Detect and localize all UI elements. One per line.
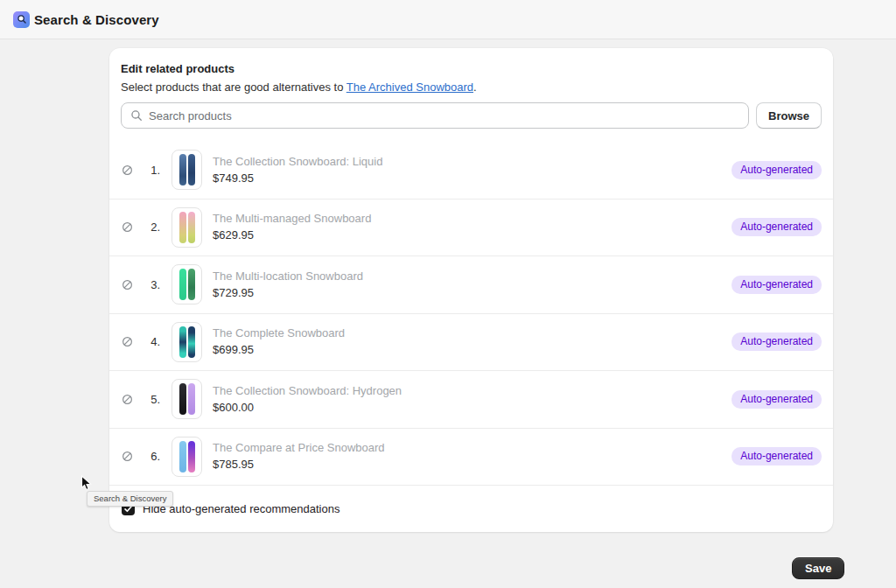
card-title: Edit related products — [121, 62, 822, 75]
hidden-eye-off-icon — [121, 278, 134, 291]
product-thumbnail — [172, 150, 202, 190]
row-number: 6. — [143, 450, 160, 463]
snowboard-image — [188, 212, 195, 243]
auto-generated-badge: Auto-generated — [732, 390, 822, 409]
snowboard-image — [188, 269, 195, 300]
snowboard-image — [179, 212, 186, 243]
product-name: The Multi-location Snowboard — [213, 269, 363, 284]
hidden-eye-off-icon — [121, 335, 134, 348]
product-row[interactable]: 5. The Collection Snowboard: Hydrogen $6… — [109, 371, 833, 429]
product-thumbnail — [172, 379, 202, 419]
auto-generated-badge: Auto-generated — [732, 161, 822, 179]
product-thumbnail — [172, 437, 202, 477]
snowboard-image — [179, 441, 186, 472]
search-icon — [130, 109, 143, 122]
edit-related-products-card: Edit related products Select products th… — [109, 48, 833, 532]
product-name: The Multi-managed Snowboard — [213, 211, 371, 227]
search-box[interactable] — [121, 102, 749, 129]
product-price: $600.00 — [213, 399, 402, 416]
subtitle-text: Select products that are good alternativ… — [121, 80, 346, 94]
product-thumbnail — [172, 322, 202, 362]
product-row[interactable]: 3. The Multi-location Snowboard $729.95 … — [109, 256, 833, 314]
card-header: Edit related products Select products th… — [109, 48, 833, 94]
snowboard-image — [188, 383, 195, 415]
hidden-eye-off-icon — [121, 393, 134, 406]
product-row[interactable]: 1. The Collection Snowboard: Liquid $749… — [109, 142, 833, 200]
product-text: The Collection Snowboard: Liquid $749.95 — [213, 154, 382, 186]
row-number: 4. — [143, 335, 160, 348]
auto-generated-badge: Auto-generated — [732, 447, 822, 466]
search-input[interactable] — [149, 109, 739, 122]
product-thumbnail — [172, 264, 202, 304]
product-name: The Collection Snowboard: Hydrogen — [213, 383, 402, 399]
search-discovery-app-icon — [13, 11, 30, 28]
product-price: $699.95 — [213, 341, 345, 358]
product-text: The Multi-location Snowboard $729.95 — [213, 269, 363, 301]
snowboard-image — [188, 326, 195, 358]
auto-generated-badge: Auto-generated — [732, 276, 822, 294]
snowboard-image — [179, 154, 186, 186]
search-row: Browse — [109, 94, 833, 129]
hidden-eye-off-icon — [121, 164, 134, 177]
product-price: $785.95 — [213, 456, 385, 472]
snowboard-image — [179, 326, 186, 358]
product-text: The Compare at Price Snowboard $785.95 — [213, 440, 385, 472]
app-tooltip: Search & Discovery — [87, 491, 173, 507]
product-text: The Multi-managed Snowboard $629.95 — [213, 211, 371, 243]
row-number: 2. — [143, 220, 160, 234]
product-row[interactable]: 6. The Compare at Price Snowboard $785.9… — [109, 429, 833, 486]
app-header: Search & Discovery — [0, 0, 896, 39]
subtitle-period: . — [473, 80, 477, 94]
magnifier-glyph — [17, 14, 27, 24]
product-thumbnail — [172, 207, 202, 248]
card-footer: Hide auto-generated recommendations — [109, 486, 833, 531]
save-button[interactable]: Save — [792, 557, 844, 579]
product-text: The Collection Snowboard: Hydrogen $600.… — [213, 383, 402, 416]
snowboard-image — [179, 269, 186, 300]
hidden-eye-off-icon — [121, 220, 134, 234]
auto-generated-badge: Auto-generated — [732, 332, 822, 351]
product-price: $749.95 — [213, 170, 382, 186]
related-products-list: 1. The Collection Snowboard: Liquid $749… — [109, 142, 833, 486]
product-name: The Complete Snowboard — [213, 326, 345, 341]
product-name: The Collection Snowboard: Liquid — [213, 154, 382, 170]
snowboard-image — [188, 154, 195, 186]
page-title: Search & Discovery — [34, 12, 159, 27]
product-price: $729.95 — [213, 284, 363, 301]
product-name: The Compare at Price Snowboard — [213, 440, 385, 456]
product-price: $629.95 — [213, 227, 371, 243]
auto-generated-badge: Auto-generated — [732, 218, 822, 236]
row-number: 5. — [143, 393, 160, 406]
product-text: The Complete Snowboard $699.95 — [213, 326, 345, 358]
row-number: 1. — [143, 164, 160, 177]
row-number: 3. — [143, 278, 160, 291]
product-row[interactable]: 2. The Multi-managed Snowboard $629.95 A… — [109, 200, 833, 257]
snowboard-image — [179, 383, 186, 415]
card-subtitle: Select products that are good alternativ… — [121, 80, 822, 94]
browse-button[interactable]: Browse — [756, 102, 822, 129]
archived-snowboard-link[interactable]: The Archived Snowboard — [346, 80, 473, 94]
hidden-eye-off-icon — [121, 450, 134, 463]
snowboard-image — [188, 441, 195, 472]
product-row[interactable]: 4. The Complete Snowboard $699.95 Auto-g… — [109, 314, 833, 372]
